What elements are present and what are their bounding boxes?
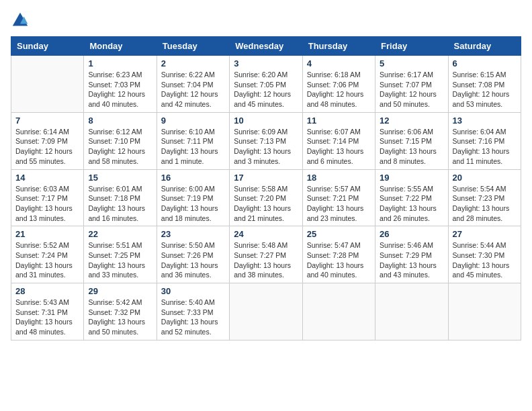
week-row-4: 21Sunrise: 5:52 AMSunset: 7:24 PMDayligh…	[11, 226, 521, 283]
calendar-cell	[448, 283, 521, 340]
cell-info: Sunrise: 5:55 AMSunset: 7:22 PMDaylight:…	[380, 184, 443, 224]
cell-date: 3	[234, 58, 298, 68]
week-row-1: 1Sunrise: 6:23 AMSunset: 7:03 PMDaylight…	[11, 56, 521, 113]
cell-info: Sunrise: 5:48 AMSunset: 7:27 PMDaylight:…	[234, 240, 298, 280]
calendar-cell: 2Sunrise: 6:22 AMSunset: 7:04 PMDaylight…	[157, 56, 229, 113]
cell-date: 5	[380, 58, 443, 68]
cell-info: Sunrise: 6:03 AMSunset: 7:17 PMDaylight:…	[15, 184, 79, 224]
cell-date: 16	[161, 173, 225, 183]
cell-info: Sunrise: 5:51 AMSunset: 7:25 PMDaylight:…	[88, 240, 152, 280]
cell-info: Sunrise: 6:12 AMSunset: 7:10 PMDaylight:…	[88, 127, 152, 167]
calendar-cell: 29Sunrise: 5:42 AMSunset: 7:32 PMDayligh…	[84, 283, 157, 340]
calendar-cell: 8Sunrise: 6:12 AMSunset: 7:10 PMDaylight…	[84, 112, 157, 169]
cell-date: 30	[161, 286, 225, 296]
cell-date: 7	[15, 116, 79, 126]
cell-date: 6	[453, 58, 517, 68]
cell-info: Sunrise: 6:00 AMSunset: 7:19 PMDaylight:…	[161, 184, 225, 224]
cell-info: Sunrise: 6:09 AMSunset: 7:13 PMDaylight:…	[234, 127, 298, 167]
calendar-cell: 11Sunrise: 6:07 AMSunset: 7:14 PMDayligh…	[302, 112, 375, 169]
cell-date: 24	[234, 229, 298, 239]
cell-date: 11	[307, 116, 371, 126]
cell-info: Sunrise: 5:40 AMSunset: 7:33 PMDaylight:…	[161, 298, 225, 337]
calendar-cell: 27Sunrise: 5:44 AMSunset: 7:30 PMDayligh…	[448, 226, 521, 283]
calendar-cell: 25Sunrise: 5:47 AMSunset: 7:28 PMDayligh…	[302, 226, 375, 283]
calendar-cell: 19Sunrise: 5:55 AMSunset: 7:22 PMDayligh…	[375, 169, 448, 226]
cell-date: 8	[88, 116, 152, 126]
calendar-cell: 24Sunrise: 5:48 AMSunset: 7:27 PMDayligh…	[230, 226, 302, 283]
cell-info: Sunrise: 5:47 AMSunset: 7:28 PMDaylight:…	[307, 240, 371, 280]
calendar-cell: 13Sunrise: 6:04 AMSunset: 7:16 PMDayligh…	[448, 112, 521, 169]
calendar-cell	[11, 56, 84, 113]
calendar-cell	[302, 283, 375, 340]
cell-info: Sunrise: 5:50 AMSunset: 7:26 PMDaylight:…	[161, 240, 225, 280]
cell-info: Sunrise: 6:15 AMSunset: 7:08 PMDaylight:…	[453, 70, 517, 109]
cell-info: Sunrise: 6:22 AMSunset: 7:04 PMDaylight:…	[161, 70, 225, 109]
calendar-cell	[230, 283, 302, 340]
weekday-header-sunday: Sunday	[11, 37, 84, 56]
cell-date: 20	[453, 173, 517, 183]
calendar-cell: 28Sunrise: 5:43 AMSunset: 7:31 PMDayligh…	[11, 283, 84, 340]
weekday-header-tuesday: Tuesday	[157, 37, 229, 56]
weekday-header-row: SundayMondayTuesdayWednesdayThursdayFrid…	[11, 37, 521, 56]
calendar-cell: 23Sunrise: 5:50 AMSunset: 7:26 PMDayligh…	[157, 226, 229, 283]
weekday-header-friday: Friday	[375, 37, 448, 56]
cell-info: Sunrise: 6:01 AMSunset: 7:18 PMDaylight:…	[88, 184, 152, 224]
logo-icon	[11, 11, 30, 30]
cell-info: Sunrise: 5:57 AMSunset: 7:21 PMDaylight:…	[307, 184, 371, 224]
week-row-3: 14Sunrise: 6:03 AMSunset: 7:17 PMDayligh…	[11, 169, 521, 226]
week-row-5: 28Sunrise: 5:43 AMSunset: 7:31 PMDayligh…	[11, 283, 521, 340]
calendar-cell: 9Sunrise: 6:10 AMSunset: 7:11 PMDaylight…	[157, 112, 229, 169]
cell-date: 2	[161, 58, 225, 68]
cell-date: 9	[161, 116, 225, 126]
calendar-cell: 6Sunrise: 6:15 AMSunset: 7:08 PMDaylight…	[448, 56, 521, 113]
cell-info: Sunrise: 6:20 AMSunset: 7:05 PMDaylight:…	[234, 70, 298, 109]
cell-date: 14	[15, 173, 79, 183]
calendar-cell: 10Sunrise: 6:09 AMSunset: 7:13 PMDayligh…	[230, 112, 302, 169]
cell-info: Sunrise: 5:52 AMSunset: 7:24 PMDaylight:…	[15, 240, 79, 280]
calendar-cell	[375, 283, 448, 340]
cell-info: Sunrise: 6:04 AMSunset: 7:16 PMDaylight:…	[453, 127, 517, 167]
cell-info: Sunrise: 5:54 AMSunset: 7:23 PMDaylight:…	[453, 184, 517, 224]
cell-date: 19	[380, 173, 443, 183]
calendar-cell: 18Sunrise: 5:57 AMSunset: 7:21 PMDayligh…	[302, 169, 375, 226]
calendar-cell: 17Sunrise: 5:58 AMSunset: 7:20 PMDayligh…	[230, 169, 302, 226]
cell-info: Sunrise: 6:10 AMSunset: 7:11 PMDaylight:…	[161, 127, 225, 167]
cell-info: Sunrise: 6:18 AMSunset: 7:06 PMDaylight:…	[307, 70, 371, 109]
cell-info: Sunrise: 5:46 AMSunset: 7:29 PMDaylight:…	[380, 240, 443, 280]
cell-date: 18	[307, 173, 371, 183]
weekday-header-wednesday: Wednesday	[230, 37, 302, 56]
calendar-cell: 16Sunrise: 6:00 AMSunset: 7:19 PMDayligh…	[157, 169, 229, 226]
cell-info: Sunrise: 6:06 AMSunset: 7:15 PMDaylight:…	[380, 127, 443, 167]
cell-date: 29	[88, 286, 152, 296]
cell-date: 27	[453, 229, 517, 239]
cell-date: 10	[234, 116, 298, 126]
cell-info: Sunrise: 5:58 AMSunset: 7:20 PMDaylight:…	[234, 184, 298, 224]
calendar-cell: 3Sunrise: 6:20 AMSunset: 7:05 PMDaylight…	[230, 56, 302, 113]
cell-date: 12	[380, 116, 443, 126]
cell-date: 28	[15, 286, 79, 296]
cell-date: 23	[161, 229, 225, 239]
calendar-cell: 21Sunrise: 5:52 AMSunset: 7:24 PMDayligh…	[11, 226, 84, 283]
calendar-cell: 30Sunrise: 5:40 AMSunset: 7:33 PMDayligh…	[157, 283, 229, 340]
calendar-table: SundayMondayTuesdayWednesdayThursdayFrid…	[11, 36, 521, 340]
cell-date: 17	[234, 173, 298, 183]
weekday-header-thursday: Thursday	[302, 37, 375, 56]
calendar-cell: 26Sunrise: 5:46 AMSunset: 7:29 PMDayligh…	[375, 226, 448, 283]
calendar-cell: 7Sunrise: 6:14 AMSunset: 7:09 PMDaylight…	[11, 112, 84, 169]
cell-date: 1	[88, 58, 152, 68]
cell-date: 21	[15, 229, 79, 239]
cell-info: Sunrise: 5:44 AMSunset: 7:30 PMDaylight:…	[453, 240, 517, 280]
cell-date: 22	[88, 229, 152, 239]
page-header	[11, 11, 521, 30]
calendar-cell: 20Sunrise: 5:54 AMSunset: 7:23 PMDayligh…	[448, 169, 521, 226]
cell-info: Sunrise: 5:43 AMSunset: 7:31 PMDaylight:…	[15, 298, 79, 337]
cell-date: 26	[380, 229, 443, 239]
cell-info: Sunrise: 6:14 AMSunset: 7:09 PMDaylight:…	[15, 127, 79, 167]
cell-date: 25	[307, 229, 371, 239]
cell-info: Sunrise: 6:17 AMSunset: 7:07 PMDaylight:…	[380, 70, 443, 109]
calendar-cell: 4Sunrise: 6:18 AMSunset: 7:06 PMDaylight…	[302, 56, 375, 113]
weekday-header-saturday: Saturday	[448, 37, 521, 56]
calendar-cell: 5Sunrise: 6:17 AMSunset: 7:07 PMDaylight…	[375, 56, 448, 113]
logo	[11, 11, 32, 30]
calendar-cell: 14Sunrise: 6:03 AMSunset: 7:17 PMDayligh…	[11, 169, 84, 226]
